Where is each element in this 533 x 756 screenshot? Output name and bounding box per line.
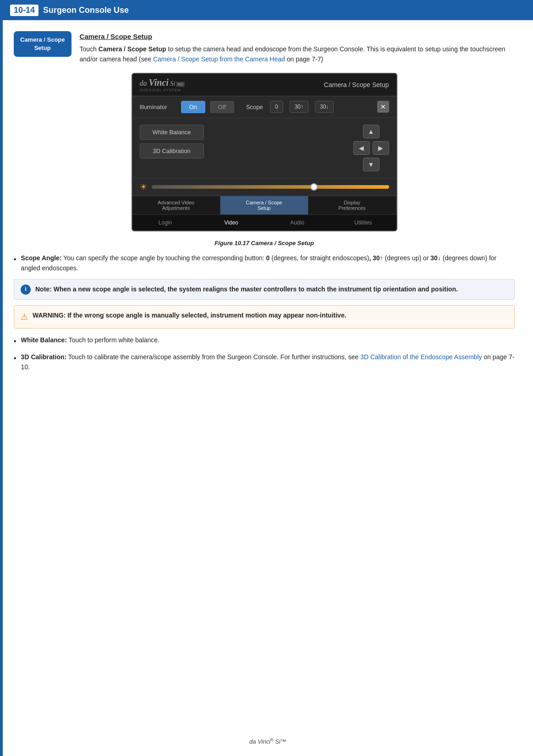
nav-up-button[interactable]: ▲ (363, 125, 379, 138)
white-balance-button[interactable]: White Balance (140, 125, 204, 140)
left-controls: White Balance 3D Calibration (140, 125, 239, 171)
nav-left-button[interactable]: ◀ (353, 141, 370, 155)
page-title: Surgeon Console Use (43, 5, 129, 15)
close-button[interactable]: ✕ (377, 101, 389, 113)
nav-down-button[interactable]: ▼ (363, 158, 379, 171)
warning-icon: ⚠ (21, 311, 28, 324)
scope-30down-button[interactable]: 30↓ (315, 101, 334, 113)
nav-login[interactable]: Login (132, 215, 198, 230)
nav-audio[interactable]: Audio (264, 215, 330, 230)
bullet-white-balance: White Balance: Touch to perform white ba… (14, 335, 515, 347)
middle-area: White Balance 3D Calibration ▲ ◀ ▶ ▼ (132, 118, 396, 178)
nav-right-button[interactable]: ▶ (373, 141, 389, 155)
davinci-logo: da Vinci SiHD SURGICAL SYSTEM (140, 77, 185, 92)
scope-label: Scope (246, 104, 264, 110)
tab-camera-scope[interactable]: Camera / ScopeSetup (220, 196, 308, 214)
nav-video[interactable]: Video (198, 215, 264, 230)
note-icon: i (21, 285, 31, 295)
page-footer: da Vinci® Si™ (3, 738, 533, 745)
logo-subtitle: SURGICAL SYSTEM (140, 88, 185, 92)
direction-controls: ▲ ◀ ▶ ▼ (353, 125, 389, 171)
footer-text: da Vinci® Si™ (249, 738, 286, 745)
bullet-scope-angle: Scope Angle: You can specify the scope a… (14, 253, 515, 274)
warning-box: ⚠ WARNING: If the wrong scope angle is m… (14, 305, 515, 329)
figure-caption: Figure 10.17 Camera / Scope Setup (14, 240, 515, 247)
brightness-thumb[interactable] (310, 183, 318, 191)
bullet-list: Scope Angle: You can specify the scope a… (14, 253, 515, 274)
illuminator-label: Illuminator (140, 104, 176, 110)
logo-hd: HD (176, 82, 185, 87)
tab-bar: Advanced VideoAdjustments Camera / Scope… (132, 196, 396, 214)
logo-vinci: Vinci (149, 77, 169, 88)
logo-si: Si (169, 80, 175, 87)
nav-lr-row: ◀ ▶ (353, 141, 389, 155)
illuminator-row: Illuminator On Off Scope 0 30↑ 30↓ ✕ (132, 96, 396, 118)
note-box: i Note: When a new scope angle is select… (14, 279, 515, 300)
main-content: Camera / Scope Setup Camera / Scope Setu… (3, 20, 533, 389)
bullet-list-2: White Balance: Touch to perform white ba… (14, 335, 515, 372)
nav-utilities[interactable]: Utilities (330, 215, 396, 230)
page-number: 10-14 (10, 5, 38, 16)
note-text: Note: When a new scope angle is selected… (35, 284, 458, 294)
scope-30up-button[interactable]: 30↑ (290, 101, 308, 113)
ui-screenshot: da Vinci SiHD SURGICAL SYSTEM Camera / S… (132, 73, 397, 231)
brightness-track[interactable] (152, 185, 389, 189)
scope-setup-link[interactable]: Camera / Scope Setup from the Camera Hea… (153, 55, 285, 63)
davinci-header-bar: da Vinci SiHD SURGICAL SYSTEM Camera / S… (132, 74, 396, 96)
intro-block: Camera / Scope Setup Camera / Scope Setu… (14, 31, 515, 65)
calibration-button[interactable]: 3D Calibration (140, 143, 204, 159)
brightness-icon: ☀ (140, 182, 147, 192)
scope-0-button[interactable]: 0 (270, 101, 283, 113)
page-header: 10-14 Surgeon Console Use (3, 0, 533, 20)
logo-da: da (140, 79, 149, 87)
section-icon: Camera / Scope Setup (14, 31, 71, 57)
off-button[interactable]: Off (210, 101, 234, 113)
bottom-nav: Login Video Audio Utilities (132, 214, 396, 230)
brightness-row: ☀ (132, 178, 396, 196)
on-button[interactable]: On (181, 101, 205, 113)
calibration-link[interactable]: 3D Calibration of the Endoscope Assembly (360, 353, 482, 361)
header-title: Camera / Scope Setup (324, 81, 389, 88)
section-title: Camera / Scope Setup (80, 31, 515, 42)
bullet-3d-calibration: 3D Calibration: Touch to calibrate the c… (14, 352, 515, 373)
intro-text: Camera / Scope Setup Touch Camera / Scop… (80, 31, 515, 65)
tab-advanced-video[interactable]: Advanced VideoAdjustments (132, 196, 220, 214)
tab-display-preferences[interactable]: DisplayPreferences (308, 196, 396, 214)
warning-text: WARNING: If the wrong scope angle is man… (33, 310, 346, 320)
